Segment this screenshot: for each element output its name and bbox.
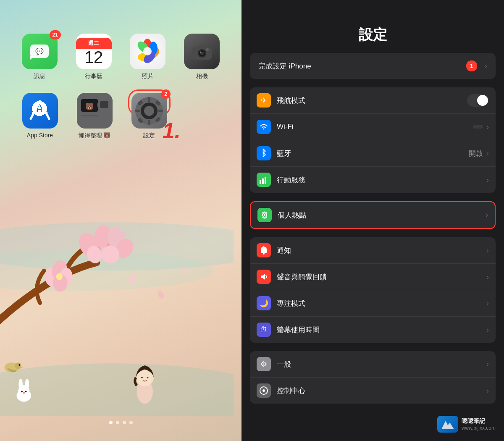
airplane-toggle[interactable] — [467, 94, 489, 107]
svg-point-29 — [18, 379, 23, 390]
svg-point-23 — [137, 380, 153, 404]
app-row-1: 💬 21 訊息 週二 12 行事曆 — [13, 34, 229, 80]
dot-1 — [109, 421, 113, 424]
svg-point-19 — [181, 266, 189, 275]
app-row-2: 🅐 App Store — [13, 93, 229, 139]
setup-banner[interactable]: 完成設定 iPhone 1 › — [250, 53, 496, 79]
svg-point-30 — [25, 379, 29, 390]
svg-rect-54 — [84, 114, 94, 116]
svg-point-27 — [17, 390, 32, 402]
bluetooth-icon: ᛒ — [257, 146, 271, 160]
notifications-icon — [257, 243, 271, 257]
general-row[interactable]: ⚙ 一般 › — [250, 351, 496, 378]
wifi-icon — [257, 120, 271, 134]
hotspot-icon — [257, 208, 272, 222]
svg-point-3 — [92, 246, 101, 255]
focus-chevron-icon: › — [486, 299, 489, 308]
setup-label: 完成設定 iPhone — [258, 61, 466, 71]
wifi-row[interactable]: Wi-Fi › — [250, 114, 496, 140]
svg-point-26 — [147, 377, 149, 378]
focus-label: 專注模式 — [277, 299, 486, 308]
svg-point-25 — [141, 377, 143, 378]
screentime-label: 螢幕使用時間 — [277, 325, 486, 335]
messages-badge: 21 — [50, 30, 61, 39]
svg-rect-62 — [148, 120, 150, 125]
app-item-camera[interactable]: 相機 — [179, 34, 225, 80]
sounds-label: 聲音與觸覺回饋 — [277, 272, 486, 282]
svg-rect-69 — [260, 180, 261, 184]
settings-title: 設定 — [250, 25, 496, 45]
app-item-photos[interactable]: 照片 — [125, 34, 171, 80]
svg-point-5 — [111, 241, 122, 252]
controlcenter-label: 控制中心 — [277, 386, 486, 396]
dot-3 — [123, 421, 126, 424]
svg-point-1 — [0, 250, 213, 291]
page-dots — [0, 421, 242, 424]
svg-point-22 — [18, 364, 20, 366]
svg-point-0 — [0, 222, 234, 270]
app-item-appstore[interactable]: 🅐 App Store — [17, 93, 63, 139]
bluetooth-row[interactable]: ᛒ 藍牙 開啟 › — [250, 140, 496, 167]
svg-rect-70 — [262, 178, 264, 184]
svg-point-9 — [113, 236, 136, 261]
notifications-group: 通知 › 聲音與觸覺回饋 › 🌙 專注模式 › — [250, 237, 496, 343]
svg-point-32 — [25, 391, 27, 392]
svg-text:🐻: 🐻 — [85, 102, 94, 110]
app-item-lazy[interactable]: 🐻 懶得整理 🐻 — [71, 93, 118, 139]
airplane-icon: ✈ — [257, 93, 271, 108]
lazy-label: 懶得整理 🐻 — [79, 132, 111, 139]
svg-point-2 — [0, 363, 234, 416]
svg-point-48 — [200, 51, 201, 52]
svg-point-21 — [15, 362, 21, 369]
settings-icon: 2 — [131, 93, 167, 129]
app-item-settings[interactable]: 2 設定 1. — [126, 93, 172, 139]
svg-point-7 — [92, 224, 112, 249]
svg-rect-71 — [265, 177, 266, 184]
svg-point-43 — [143, 47, 152, 55]
sounds-chevron-icon: › — [486, 273, 489, 281]
focus-row[interactable]: 🌙 專注模式 › — [250, 290, 496, 317]
setup-chevron-icon: › — [485, 62, 487, 71]
svg-text:💬: 💬 — [35, 47, 44, 55]
notifications-chevron-icon: › — [486, 246, 489, 255]
bluetooth-chevron-icon: › — [486, 149, 489, 158]
watermark-url: www.bijixx.com — [462, 425, 496, 431]
svg-rect-61 — [148, 97, 150, 102]
dot-2 — [116, 421, 119, 424]
settings-content: 完成設定 iPhone 1 › ✈ 飛航模式 — [242, 53, 504, 441]
svg-point-4 — [102, 239, 110, 247]
camera-label: 相機 — [196, 73, 208, 80]
watermark-text: 嗯嗯筆記 www.bijixx.com — [462, 417, 496, 431]
svg-rect-55 — [81, 116, 98, 116]
svg-point-17 — [128, 273, 138, 285]
bluetooth-label: 藍牙 — [277, 149, 469, 158]
app-item-calendar[interactable]: 週二 12 行事曆 — [71, 34, 117, 80]
svg-point-12 — [45, 267, 60, 286]
airplane-row[interactable]: ✈ 飛航模式 — [250, 87, 496, 114]
general-label: 一般 — [277, 360, 486, 369]
general-group: ⚙ 一般 › 控制中心 › — [250, 351, 496, 404]
messages-icon: 💬 21 — [22, 34, 58, 69]
svg-rect-63 — [135, 110, 140, 112]
cellular-row[interactable]: 行動服務 › — [250, 167, 496, 193]
lazy-icon: 🐻 — [77, 93, 113, 129]
setup-right: 1 › — [466, 60, 487, 71]
hotspot-group[interactable]: 個人熱點 › — [250, 201, 496, 229]
appstore-icon: 🅐 — [22, 93, 58, 129]
svg-point-15 — [53, 274, 68, 291]
app-item-messages[interactable]: 💬 21 訊息 — [16, 34, 63, 80]
controlcenter-row[interactable]: 控制中心 › — [250, 378, 496, 404]
wifi-chevron-icon: › — [486, 123, 489, 131]
sounds-row[interactable]: 聲音與觸覺回饋 › — [250, 264, 496, 290]
cellular-label: 行動服務 — [277, 175, 486, 185]
notifications-row[interactable]: 通知 › — [250, 237, 496, 264]
svg-point-33 — [23, 392, 25, 394]
hotspot-row[interactable]: 個人熱點 › — [251, 202, 495, 228]
svg-point-78 — [262, 389, 265, 392]
controlcenter-icon — [257, 383, 271, 398]
cellular-icon — [257, 173, 271, 187]
screentime-row[interactable]: ⏱ 螢幕使用時間 › — [250, 317, 496, 343]
calendar-label: 行事曆 — [85, 73, 102, 80]
screentime-chevron-icon: › — [486, 326, 489, 334]
focus-icon: 🌙 — [257, 296, 271, 310]
